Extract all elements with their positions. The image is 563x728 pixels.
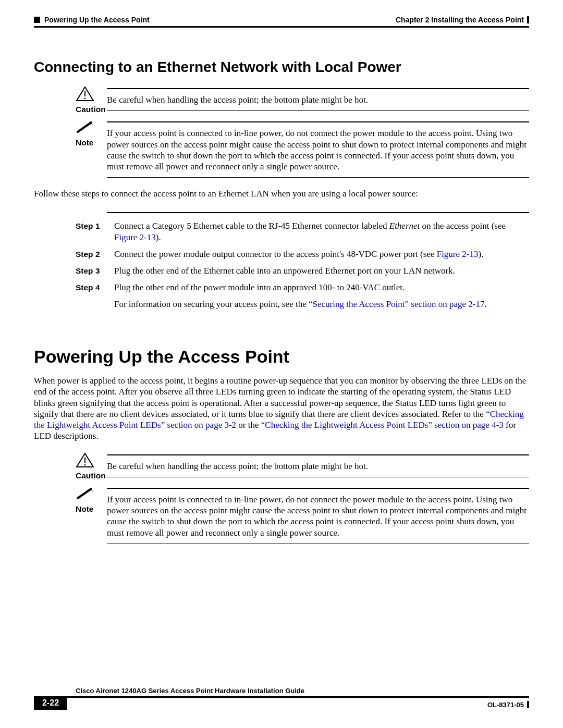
link-securing-ap[interactable]: “Securing the Access Point” section on p…: [309, 299, 485, 309]
page-number: 2-22: [34, 696, 67, 710]
page-header: Powering Up the Access Point Chapter 2 I…: [34, 16, 529, 24]
caution-label: Caution: [76, 471, 106, 480]
page-footer: Cisco Aironet 1240AG Series Access Point…: [34, 687, 529, 710]
svg-point-1: [84, 98, 86, 100]
svg-point-3: [84, 464, 86, 465]
link-figure-2-13-a[interactable]: Figure 2-13: [114, 232, 156, 242]
caution-text: Be careful when handling the access poin…: [107, 461, 529, 472]
step-3: Step 3 Plug the other end of the Etherne…: [107, 265, 529, 277]
section-heading-powering: Powering Up the Access Point: [34, 347, 529, 367]
section-heading-connecting: Connecting to an Ethernet Network with L…: [34, 59, 529, 76]
note-block-2: Note If your access point is connected t…: [107, 488, 529, 544]
note-text: If your access point is connected to in-…: [107, 128, 529, 172]
footer-guide-title: Cisco Aironet 1240AG Series Access Point…: [76, 687, 529, 695]
note-label: Note: [76, 504, 106, 514]
header-rule: [34, 26, 529, 28]
note-icon: [76, 486, 99, 501]
note-text: If your access point is connected to in-…: [107, 494, 529, 538]
note-label: Note: [76, 138, 106, 147]
caution-block-2: Caution Be careful when handling the acc…: [107, 454, 529, 477]
caution-text: Be careful when handling the access poin…: [107, 94, 529, 105]
intro-paragraph: Follow these steps to connect the access…: [34, 188, 529, 199]
step-2: Step 2 Connect the power module output c…: [107, 249, 529, 260]
link-leds-4-3[interactable]: “Checking the Lightweight Access Point L…: [261, 420, 504, 430]
bar-icon: [527, 16, 529, 23]
steps-list: Step 1 Connect a Category 5 Ethernet cab…: [107, 212, 529, 311]
after-steps: For information on securing your access …: [107, 299, 529, 310]
powering-paragraph: When power is applied to the access poin…: [34, 375, 529, 442]
caution-block-1: Caution Be careful when handling the acc…: [107, 88, 529, 111]
bullet-square-icon: [34, 17, 40, 23]
caution-icon: [76, 452, 99, 468]
header-chapter: Chapter 2 Installing the Access Point: [396, 16, 524, 24]
note-icon: [76, 119, 99, 135]
caution-label: Caution: [76, 105, 106, 114]
caution-icon: [76, 86, 99, 102]
step-1: Step 1 Connect a Category 5 Ethernet cab…: [107, 220, 529, 243]
doc-number: OL-8371-05: [487, 698, 529, 709]
header-section: Powering Up the Access Point: [44, 16, 150, 24]
step-4: Step 4 Plug the other end of the power m…: [107, 282, 529, 293]
note-block-1: Note If your access point is connected t…: [107, 121, 529, 178]
link-figure-2-13-b[interactable]: Figure 2-13: [437, 249, 479, 259]
bar-icon: [527, 701, 529, 708]
